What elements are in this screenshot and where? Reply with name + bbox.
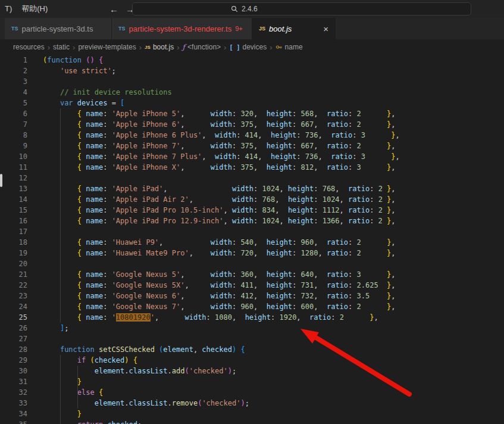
- code-line[interactable]: { name: 'Apple iPad Air 2', width: 768, …: [43, 194, 504, 205]
- code-line[interactable]: { name: 'Google Nexus 7', width: 960, he…: [43, 301, 504, 312]
- line-number: 29: [0, 355, 27, 366]
- tab-particle-system-3d[interactable]: TS particle-system-3d.ts: [5, 18, 112, 39]
- indent-guide: [60, 108, 61, 323]
- breadcrumb-separator: ›: [73, 43, 75, 52]
- breadcrumb-item-name[interactable]: name: [276, 43, 303, 51]
- code-line[interactable]: { name: 'Google Nexus 6', width: 412, he…: [43, 291, 504, 301]
- code-line[interactable]: [43, 226, 504, 237]
- code-line[interactable]: { name: 'Apple iPhone 7 Plus', width: 41…: [43, 151, 504, 162]
- breadcrumb-item-resources[interactable]: resources: [13, 43, 45, 51]
- code-line[interactable]: [43, 258, 504, 269]
- indent-guide: [60, 355, 61, 424]
- line-number: 4: [0, 87, 27, 98]
- breadcrumb-item-static[interactable]: static: [53, 43, 70, 51]
- code-line[interactable]: }: [43, 409, 504, 419]
- symbol-array-icon: [ ]: [229, 44, 240, 51]
- line-number: 33: [0, 398, 27, 409]
- breadcrumb-separator: ›: [224, 43, 226, 52]
- tab-label: boot.js: [269, 24, 292, 33]
- menu-item-help[interactable]: 帮助(H): [17, 0, 52, 18]
- code-line[interactable]: element.classList.remove('checked');: [43, 398, 504, 409]
- breadcrumb-item-bootjs[interactable]: JS boot.js: [145, 43, 174, 51]
- line-number: 21: [0, 269, 27, 280]
- code-line[interactable]: { name: 'Apple iPhone 7', width: 375, he…: [43, 141, 504, 151]
- indent-guide: [77, 366, 78, 409]
- code-line[interactable]: [43, 173, 504, 183]
- line-number: 35: [0, 419, 27, 424]
- code-line[interactable]: if (checked) {: [43, 355, 504, 366]
- breadcrumb-file-label: boot.js: [153, 43, 174, 51]
- line-number: 34: [0, 409, 27, 419]
- code-line[interactable]: (function () {: [43, 55, 504, 66]
- symbol-function-icon: ƒ: [183, 43, 185, 51]
- code-line[interactable]: { name: 'Huawei Mate9 Pro', width: 720, …: [43, 248, 504, 258]
- breadcrumb-item-devices[interactable]: [ ] devices: [229, 43, 267, 51]
- tab-bar: TS particle-system-3d.ts TS particle-sys…: [0, 18, 504, 39]
- back-arrow-icon[interactable]: ←: [109, 4, 118, 14]
- line-number: 31: [0, 376, 27, 387]
- line-number: 1: [0, 55, 27, 66]
- code-line[interactable]: var devices = [: [43, 98, 504, 108]
- line-number: 32: [0, 387, 27, 398]
- breadcrumb-separator: ›: [270, 43, 272, 52]
- line-number: 7: [0, 119, 27, 130]
- code-line[interactable]: { name: 'Apple iPhone 5', width: 320, he…: [43, 108, 504, 119]
- code-line[interactable]: return checked;: [43, 419, 504, 424]
- code-line[interactable]: 'use strict';: [43, 66, 504, 76]
- line-number: 14: [0, 194, 27, 205]
- code-line[interactable]: { name: 'Apple iPad', width: 1024, heigh…: [43, 183, 504, 194]
- code-line[interactable]: { name: 'Apple iPhone X', width: 375, he…: [43, 162, 504, 173]
- code-line[interactable]: { name: 'Google Nexus 5', width: 360, he…: [43, 269, 504, 280]
- breadcrumb-symbol-label: <function>: [187, 43, 221, 51]
- code-line[interactable]: { name: 'Apple iPad Pro 10.5-inch', widt…: [43, 205, 504, 216]
- search-value: 2.4.6: [242, 5, 258, 13]
- javascript-file-icon: JS: [259, 26, 265, 32]
- menu-item-partial[interactable]: T): [0, 0, 17, 18]
- search-icon: [231, 5, 238, 13]
- close-icon[interactable]: ×: [317, 24, 328, 34]
- code-line[interactable]: }: [43, 376, 504, 387]
- symbol-key-icon: [276, 43, 283, 51]
- breadcrumb-item-preview-templates[interactable]: preview-templates: [78, 43, 136, 51]
- tab-boot-js[interactable]: JS boot.js ×: [252, 18, 336, 39]
- line-number: 17: [0, 226, 27, 237]
- code-line[interactable]: { name: 'Google Nexus 5X', width: 411, h…: [43, 280, 504, 291]
- line-number: 19: [0, 248, 27, 258]
- line-numbers: 1234567891011121314151617181920212223242…: [0, 55, 43, 424]
- breadcrumb-separator: ›: [177, 43, 179, 52]
- code-line[interactable]: function setCSSChecked (element, checked…: [43, 344, 504, 355]
- line-number: 5: [0, 98, 27, 108]
- breadcrumb-separator: ›: [48, 43, 50, 52]
- line-number: 6: [0, 108, 27, 119]
- line-number: 2: [0, 66, 27, 76]
- code-line[interactable]: { name: 'Huawei P9', width: 540, height:…: [43, 237, 504, 248]
- code-line[interactable]: { name: 'Apple iPad Pro 12.9-inch', widt…: [43, 216, 504, 226]
- title-bar: T) 帮助(H) ← → 2.4.6: [0, 0, 504, 18]
- breadcrumb-item-function[interactable]: ƒ <function>: [183, 43, 221, 51]
- typescript-file-icon: TS: [11, 26, 18, 32]
- code-line[interactable]: [43, 76, 504, 87]
- tab-particle-system-3d-renderer[interactable]: TS particle-system-3d-renderer.ts 9+: [112, 18, 252, 39]
- code-line[interactable]: ];: [43, 323, 504, 333]
- line-number: 20: [0, 258, 27, 269]
- line-number: 9: [0, 141, 27, 151]
- menu-bar: T) 帮助(H): [0, 0, 52, 18]
- code-line[interactable]: element.classList.add('checked');: [43, 366, 504, 376]
- tab-label: particle-system-3d.ts: [22, 24, 93, 33]
- code-line[interactable]: { name: '10801920', width: 1080, height:…: [43, 312, 504, 323]
- line-number: 24: [0, 301, 27, 312]
- tab-label: particle-system-3d-renderer.ts: [129, 24, 232, 33]
- code-line[interactable]: [43, 333, 504, 344]
- code-line[interactable]: { name: 'Apple iPhone 6 Plus', width: 41…: [43, 130, 504, 141]
- line-number: 11: [0, 162, 27, 173]
- code-line[interactable]: // init device resolutions: [43, 87, 504, 98]
- code-lines: (function () { 'use strict'; // init dev…: [43, 55, 504, 424]
- line-number: 3: [0, 76, 27, 87]
- code-line[interactable]: { name: 'Apple iPhone 6', width: 375, he…: [43, 119, 504, 130]
- line-number: 13: [0, 183, 27, 194]
- search-box[interactable]: 2.4.6: [132, 2, 471, 15]
- code-line[interactable]: else {: [43, 387, 504, 398]
- breadcrumb-symbol-label: name: [285, 43, 303, 51]
- line-number: 23: [0, 291, 27, 301]
- problems-badge: 9+: [235, 25, 243, 32]
